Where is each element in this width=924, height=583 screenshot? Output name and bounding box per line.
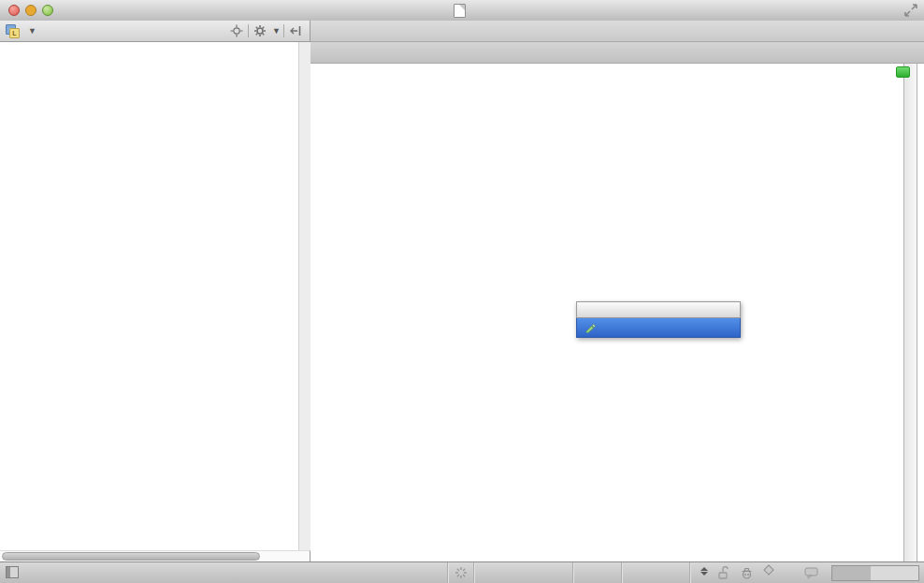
popup-title [576, 301, 741, 318]
scrollbar-thumb[interactable] [2, 552, 260, 561]
editor-vertical-scrollbar[interactable] [903, 64, 917, 561]
typesystem-diamond-icon [763, 564, 773, 575]
toolwindow-toggle-icon[interactable] [6, 566, 19, 578]
scroll-to-source-icon[interactable] [228, 22, 245, 39]
background-tasks-icon[interactable] [455, 566, 468, 581]
mps-window: ▼ ▼ [0, 0, 924, 583]
collapse-panel-icon[interactable] [287, 22, 304, 39]
intention-new-root-template[interactable] [576, 318, 741, 338]
logical-view-icon [6, 24, 20, 38]
document-icon [454, 4, 466, 18]
intention-bulb-icon [585, 322, 596, 333]
title-bar[interactable] [0, 0, 924, 22]
position-spinner-icon[interactable] [700, 567, 708, 576]
event-log-bubble-icon[interactable] [804, 566, 819, 581]
project-panel-header: ▼ ▼ [0, 21, 310, 42]
tree-horizontal-scrollbar[interactable] [0, 550, 310, 561]
project-tree [0, 42, 310, 550]
editor-tab-row-1 [310, 21, 924, 42]
gear-icon[interactable] [252, 22, 268, 39]
tree-vertical-scrollbar[interactable] [298, 42, 310, 550]
chevron-down-icon[interactable]: ▼ [28, 26, 36, 36]
unlock-icon[interactable] [716, 566, 729, 582]
analysis-ok-indicator[interactable] [896, 66, 910, 78]
minimize-window-button[interactable] [25, 5, 36, 16]
gear-chevron-icon[interactable]: ▼ [272, 26, 281, 36]
editor-tab-row-2 [310, 42, 924, 64]
memory-indicator[interactable] [831, 565, 919, 581]
zoom-window-button[interactable] [42, 5, 53, 16]
status-bar [0, 561, 924, 583]
typesystem-off-indicator[interactable] [765, 566, 775, 574]
memory-label [832, 566, 918, 580]
hector-inspections-icon[interactable] [740, 566, 754, 582]
fullscreen-icon[interactable] [903, 3, 918, 18]
intentions-popup [576, 301, 741, 338]
close-window-button[interactable] [8, 5, 20, 16]
error-stripe [917, 64, 924, 561]
